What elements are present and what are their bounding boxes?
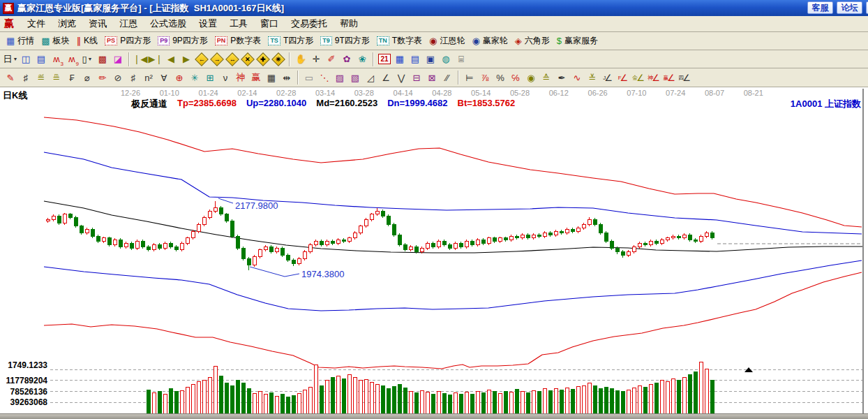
mark-pen-button[interactable]: ✐ — [324, 52, 339, 66]
menu-item-2[interactable]: 资讯 — [82, 16, 113, 31]
square-web-button[interactable]: ⊞ — [202, 71, 218, 84]
wave-9-button[interactable]: ʍ9 — [64, 52, 80, 66]
cycle-circle-button[interactable]: ⊘ — [110, 71, 126, 84]
gold-circle-button[interactable]: ◉ — [523, 71, 539, 84]
customer-service-button[interactable]: 客服 — [807, 1, 833, 14]
wave-3-button[interactable]: ʍ3 — [49, 52, 64, 66]
stats-table-button[interactable]: ⊨ — [462, 71, 477, 84]
ying-tool-button[interactable]: 赢 — [248, 71, 264, 84]
gradient-box-2-button[interactable]: ▧ — [347, 71, 363, 84]
gann-wheel-button[interactable]: ◉江恩轮 — [426, 34, 468, 48]
workstation-button[interactable]: ⌸ — [454, 52, 469, 66]
winner-service-button[interactable]: $赢家服务 — [553, 34, 601, 48]
star-web-button[interactable]: ✳ — [187, 71, 202, 84]
menu-item-8[interactable]: 交易委托 — [285, 16, 334, 31]
menu-item-1[interactable]: 浏览 — [52, 16, 82, 31]
draw-pen-button[interactable]: ✎ — [3, 71, 18, 84]
gold-angle-button[interactable]: ≚ — [585, 71, 600, 84]
fibonacci-button[interactable]: ₣ — [64, 71, 80, 84]
drag-hand-button[interactable]: ✋ — [293, 52, 308, 66]
first-page-button[interactable]: ❘◀ — [133, 52, 148, 66]
menu-item-3[interactable]: 江恩 — [113, 16, 144, 31]
p-square-button[interactable]: PSP四方形 — [101, 34, 154, 48]
last-page-button[interactable]: ▶❘ — [148, 52, 163, 66]
web-export-button[interactable]: ◍ — [438, 52, 454, 66]
n-square-button[interactable]: n² — [141, 71, 156, 84]
price-grid-button[interactable]: ▦ — [264, 71, 279, 84]
j-angle-button[interactable]: J∠ — [600, 71, 615, 84]
chart-area[interactable]: 2177.98001974.3800 日K线 12-2601-1001-2402… — [0, 87, 868, 413]
gold-lines-2-button[interactable]: ≞ — [49, 71, 64, 84]
ying-angle-button[interactable]: 赢∠ — [661, 71, 677, 84]
menu-item-0[interactable]: 文件 — [21, 16, 52, 31]
p9-square-button[interactable]: P99P四方形 — [154, 34, 211, 48]
quote-list-button[interactable]: ▤ — [33, 52, 49, 66]
ruler-lines-button[interactable]: ♯ — [18, 71, 33, 84]
f-angle-button[interactable]: F∠ — [615, 71, 631, 84]
menu-item-9[interactable]: 帮助 — [334, 16, 364, 31]
stretch-horizontal-button[interactable]: ↔ — [225, 52, 240, 66]
chart-style-button[interactable]: ◫ — [18, 52, 33, 66]
si-angle-button[interactable]: 四∠ — [677, 71, 692, 84]
shen-angle-button[interactable]: 神∠ — [646, 71, 661, 84]
quotes-button[interactable]: ▦行情 — [3, 34, 38, 48]
pattern-red-button[interactable]: ▩ — [95, 52, 110, 66]
red-pen-button[interactable]: ✏ — [95, 71, 110, 84]
tool-teal-button[interactable]: ❀ — [354, 52, 370, 66]
crosshair-button[interactable]: ✛ — [308, 52, 324, 66]
gold-lines-1-button[interactable]: ≝ — [33, 71, 49, 84]
spiral-button[interactable]: ⌀ — [80, 71, 95, 84]
kline-chart-canvas[interactable]: 2177.98001974.3800 — [0, 87, 868, 413]
grid-ruler-button[interactable]: ♯ — [126, 71, 141, 84]
percent-zone-button[interactable]: ⅞ — [477, 71, 493, 84]
shift-right-button[interactable]: → — [209, 52, 225, 66]
jin-angle-button[interactable]: 金∠ — [631, 71, 646, 84]
angle-line-button[interactable]: ∠ — [378, 71, 394, 84]
calculator-button[interactable]: ▦ — [392, 52, 407, 66]
fan-lines-button[interactable]: ⋱ — [317, 71, 332, 84]
compress-view-button[interactable]: ✕ — [240, 52, 255, 66]
percent-line-button[interactable]: ℅ — [508, 71, 523, 84]
compass-button[interactable]: ⊕ — [172, 71, 187, 84]
shift-left-button[interactable]: ← — [194, 52, 209, 66]
period-selector-button[interactable]: 日▼ — [3, 52, 18, 66]
t-number-button[interactable]: TNT数字表 — [373, 34, 426, 48]
expand-view-button[interactable]: ✚ — [255, 52, 271, 66]
span-arrows-button[interactable]: ⇹ — [279, 71, 294, 84]
bottom-status-strip[interactable] — [0, 413, 868, 419]
fit-view-button[interactable]: ✳ — [271, 52, 286, 66]
gold-line-button[interactable]: ≙ — [539, 71, 554, 84]
ink-pen-button[interactable]: ✒ — [554, 71, 569, 84]
winner-wheel-button[interactable]: ◉赢家轮 — [468, 34, 511, 48]
shen-tool-button[interactable]: 神 — [233, 71, 248, 84]
candle-type-button[interactable]: ▯▼ — [80, 52, 95, 66]
box-select-button[interactable]: ▭ — [301, 71, 317, 84]
menu-item-4[interactable]: 公式选股 — [144, 16, 193, 31]
parallel-lines-button[interactable]: ∕∕ — [440, 71, 455, 84]
t-square-button[interactable]: TST四方形 — [264, 34, 317, 48]
save-button[interactable]: ▣ — [423, 52, 438, 66]
menu-item-7[interactable]: 窗口 — [254, 16, 285, 31]
grid-a-button[interactable]: ⊟ — [409, 71, 424, 84]
menu-item-6[interactable]: 工具 — [223, 16, 254, 31]
angle-a-button[interactable]: Ɐ — [156, 71, 172, 84]
notes-button[interactable]: ▤ — [407, 52, 423, 66]
forum-button[interactable]: 论坛 — [837, 1, 862, 14]
angle-tri-button[interactable]: ◿ — [363, 71, 378, 84]
calendar-21-button[interactable]: 21 — [377, 52, 392, 66]
wave-line-button[interactable]: ∿ — [569, 71, 585, 84]
kline-button[interactable]: ∥K线 — [73, 34, 102, 48]
prev-page-button[interactable]: ◀ — [163, 52, 179, 66]
grid-b-button[interactable]: ⊠ — [424, 71, 440, 84]
percent-button[interactable]: % — [493, 71, 508, 84]
menu-item-5[interactable]: 设置 — [193, 16, 223, 31]
v-line-button[interactable]: ⋁ — [394, 71, 409, 84]
next-page-button[interactable]: ▶ — [179, 52, 194, 66]
wave-mark-button[interactable]: ν — [218, 71, 233, 84]
tool-purple-button[interactable]: ✿ — [339, 52, 354, 66]
hexagon-button[interactable]: ◈六角形 — [511, 34, 553, 48]
colored-chart-button[interactable]: ◪ — [110, 52, 126, 66]
gradient-box-1-button[interactable]: ▨ — [332, 71, 347, 84]
t9-square-button[interactable]: T99T四方形 — [317, 34, 373, 48]
p-number-button[interactable]: PNP数字表 — [211, 34, 265, 48]
